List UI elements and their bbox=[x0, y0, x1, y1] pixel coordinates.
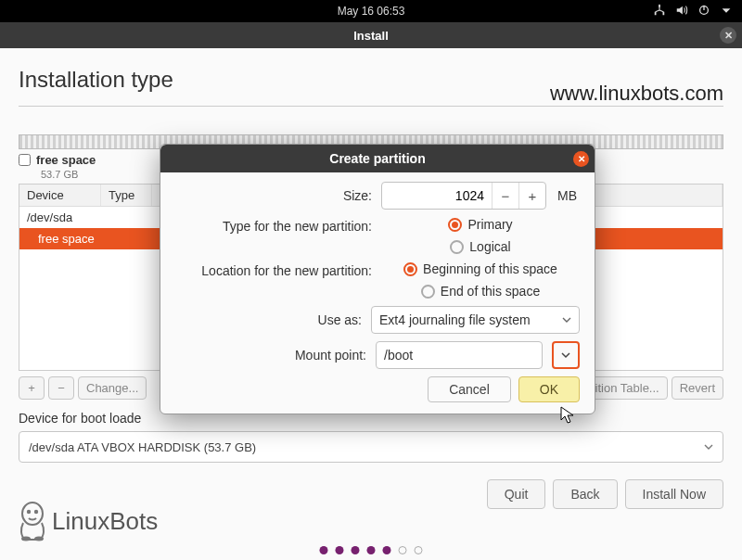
dot bbox=[383, 546, 391, 554]
system-tray[interactable] bbox=[653, 4, 733, 19]
radio-icon bbox=[421, 285, 435, 299]
svg-point-6 bbox=[27, 510, 31, 514]
dialog-titlebar: Create partition ✕ bbox=[160, 145, 595, 172]
change-button[interactable]: Change... bbox=[78, 376, 147, 400]
radio-icon bbox=[403, 262, 417, 276]
row-device: /dev/sda bbox=[27, 210, 72, 224]
gnome-topbar: May 16 06:53 bbox=[0, 0, 742, 22]
location-beginning-radio[interactable]: Beginning of this space bbox=[403, 261, 557, 276]
dot bbox=[336, 546, 344, 554]
freespace-label: free space bbox=[36, 153, 96, 167]
network-icon[interactable] bbox=[653, 4, 666, 19]
dialog-buttons: Cancel OK bbox=[175, 376, 580, 402]
location-end-radio[interactable]: End of this space bbox=[421, 284, 540, 299]
linuxbots-logo: LinuxBots bbox=[15, 501, 158, 541]
size-label: Size: bbox=[175, 188, 381, 203]
radio-icon bbox=[450, 240, 464, 254]
size-decrement[interactable]: − bbox=[493, 188, 518, 204]
useas-value: Ext4 journaling file system bbox=[379, 312, 531, 327]
type-label: Type for the new partition: bbox=[175, 217, 381, 234]
useas-combo[interactable]: Ext4 journaling file system bbox=[371, 306, 580, 334]
dot bbox=[352, 546, 360, 554]
size-input[interactable] bbox=[382, 188, 492, 203]
cancel-button[interactable]: Cancel bbox=[428, 376, 511, 402]
quit-button[interactable]: Quit bbox=[487, 479, 546, 509]
window-title: Install bbox=[353, 29, 389, 43]
dot bbox=[415, 546, 423, 554]
dialog-close-button[interactable]: ✕ bbox=[573, 151, 589, 167]
install-button[interactable]: Install Now bbox=[625, 479, 723, 509]
ok-button[interactable]: OK bbox=[518, 376, 580, 402]
mountpoint-input[interactable]: /boot bbox=[376, 341, 543, 369]
svg-point-8 bbox=[21, 537, 31, 541]
dot bbox=[320, 546, 328, 554]
mountpoint-label: Mount point: bbox=[175, 348, 376, 363]
svg-rect-2 bbox=[663, 11, 665, 15]
type-logical-radio[interactable]: Logical bbox=[450, 239, 510, 254]
window-titlebar: Install ✕ bbox=[0, 22, 742, 48]
revert-button[interactable]: Revert bbox=[672, 376, 723, 400]
svg-point-5 bbox=[22, 503, 43, 525]
location-label: Location for the new partition: bbox=[175, 261, 381, 278]
back-button[interactable]: Back bbox=[553, 479, 617, 509]
size-spinner: − + bbox=[381, 182, 546, 210]
create-partition-dialog: Create partition ✕ Size: − + MB Type for… bbox=[160, 144, 595, 414]
dot bbox=[367, 546, 376, 554]
type-primary-radio[interactable]: Primary bbox=[448, 217, 512, 232]
dot bbox=[399, 546, 407, 554]
bootloader-value: /dev/sda ATA VBOX HARDDISK (53.7 GB) bbox=[29, 440, 256, 454]
useas-label: Use as: bbox=[175, 312, 371, 327]
power-icon[interactable] bbox=[697, 4, 710, 19]
freespace-checkbox[interactable] bbox=[19, 154, 31, 166]
dialog-title: Create partition bbox=[329, 151, 425, 166]
logo-text: LinuxBots bbox=[52, 507, 158, 536]
row-device: free space bbox=[38, 232, 95, 246]
size-increment[interactable]: + bbox=[519, 188, 545, 204]
penguin-icon bbox=[15, 501, 50, 541]
progress-dots bbox=[320, 546, 423, 554]
col-device[interactable]: Device bbox=[19, 185, 101, 206]
volume-icon[interactable] bbox=[675, 4, 688, 19]
chevron-down-icon[interactable] bbox=[720, 4, 733, 19]
window-close-button[interactable]: ✕ bbox=[720, 27, 736, 44]
remove-button[interactable]: − bbox=[48, 376, 74, 400]
add-button[interactable]: + bbox=[19, 376, 45, 400]
svg-point-9 bbox=[34, 537, 44, 541]
bootloader-select[interactable]: /dev/sda ATA VBOX HARDDISK (53.7 GB) bbox=[19, 431, 723, 463]
divider bbox=[19, 106, 723, 107]
svg-rect-0 bbox=[659, 4, 660, 7]
size-unit: MB bbox=[557, 188, 577, 203]
svg-rect-1 bbox=[655, 11, 657, 15]
col-type[interactable]: Type bbox=[101, 185, 152, 206]
chevron-down-icon bbox=[562, 312, 571, 327]
chevron-down-icon bbox=[704, 440, 713, 454]
radio-icon bbox=[448, 218, 462, 232]
clock[interactable]: May 16 06:53 bbox=[338, 5, 405, 18]
mountpoint-dropdown-button[interactable] bbox=[552, 341, 580, 369]
svg-point-7 bbox=[34, 510, 38, 514]
watermark: www.linuxbots.com bbox=[550, 82, 723, 106]
mountpoint-value: /boot bbox=[384, 348, 413, 363]
